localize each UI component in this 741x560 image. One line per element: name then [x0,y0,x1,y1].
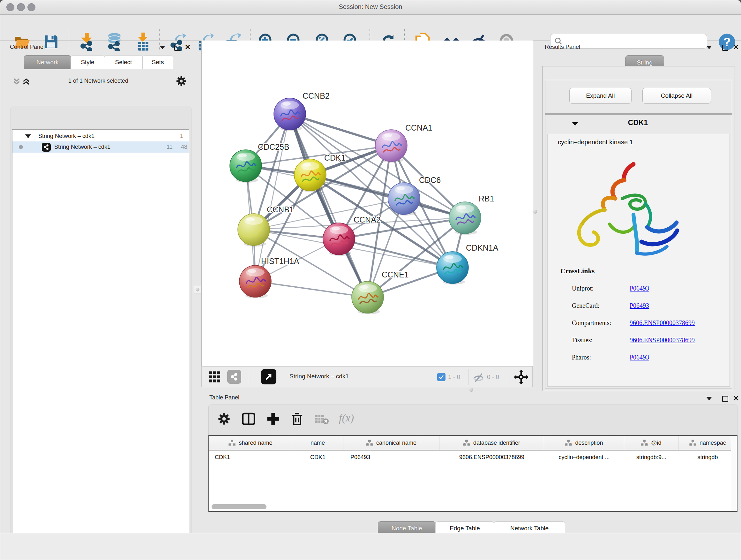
network-node-CCNB1[interactable]: CCNB1 [238,205,294,246]
node-label-CDKN1A: CDKN1A [466,243,498,252]
selected-checkbox[interactable] [437,373,446,381]
results-buttons-box: Expand All Collapse All [545,80,732,114]
title-bar: Session: New Session [0,0,741,15]
tab-select[interactable]: Select [104,55,143,69]
show-columns-button[interactable] [242,413,255,425]
app-window: Session: New Session [0,0,741,560]
column-header[interactable]: canonical name [343,436,440,450]
crosslink-label: GeneCard: [572,297,628,314]
expand-all-button[interactable]: Expand All [569,88,631,104]
crosslink-value-link[interactable]: 9606.ENSP00000378699 [630,319,695,326]
network-node-CCNE1[interactable]: CCNE1 [352,270,409,314]
panel-float-icon[interactable] [722,396,728,402]
column-header[interactable]: shared name [209,436,292,450]
cell-shared-name: CDK1 [209,454,292,461]
panel-close-icon[interactable]: ✕ [185,44,191,51]
table-horizontal-scrollbar[interactable] [212,504,266,509]
node-label-CCNE1: CCNE1 [382,270,409,279]
node-label-HIST1H1A: HIST1H1A [261,257,299,266]
tab-style[interactable]: Style [71,55,105,69]
network-canvas[interactable]: CCNB2CCNA1CDC25BCDK1CDC6RB1CCNB1CCNA2CDK… [201,41,533,366]
collapse-all-button[interactable]: Collapse All [643,88,711,104]
crosslink-row: Uniprot: P06493 [572,280,695,297]
function-builder-button-disabled: f(x) [339,412,354,424]
table-row[interactable]: CDK1 CDK1 P06493 9606.ENSP00000378699 cy… [209,450,737,464]
cell-id: stringdb:9... [624,454,678,461]
crosslink-label: Tissues: [572,331,628,349]
network-node-count: 11 [166,144,173,150]
crosslink-value-link[interactable]: P06493 [630,285,649,292]
delete-column-button[interactable] [291,412,303,426]
table-vertical-scrollbar[interactable] [731,436,737,511]
add-column-button[interactable] [267,413,280,425]
control-panel-title: Control Panel [10,44,45,51]
node-label-CDC25B: CDC25B [258,142,289,151]
panel-float-icon[interactable] [722,45,728,51]
footer-separator [248,369,248,385]
string-results-body: Expand All Collapse All CDK1 cyclin–depe… [542,66,735,391]
column-header[interactable]: namespac [678,436,737,450]
left-splitter-handle[interactable] [194,286,201,294]
status-bar: Memory [0,533,741,560]
main-toolbar: ? [0,15,741,41]
network-options-gear-icon[interactable] [176,76,187,86]
network-node-HIST1H1A[interactable]: HIST1H1A [239,257,299,298]
hidden-counts: 0 - 0 [487,374,499,381]
network-node-CDKN1A[interactable]: CDKN1A [436,243,498,285]
network-graph[interactable]: CCNB2CCNA1CDC25BCDK1CDC6RB1CCNB1CCNA2CDK… [202,41,533,366]
panel-close-icon[interactable]: ✕ [733,44,739,51]
node-label-RB1: RB1 [479,194,494,203]
columns-icon [242,413,255,425]
panel-float-icon[interactable] [174,45,180,51]
collapse-all-networks-icon[interactable] [12,78,21,85]
node-label-CCNB1: CCNB1 [267,205,294,214]
bottom-splitter-handle[interactable] [468,387,475,393]
external-link-icon [265,373,273,381]
delete-table-button-disabled [315,414,329,425]
crosslink-label: Pharos: [572,349,628,366]
collection-label: String Network – cdk1 [38,133,94,139]
entry-expander-icon[interactable] [572,122,578,126]
network-node-CDK1[interactable]: CDK1 [294,153,346,192]
crosslink-label: Compartments: [572,314,628,331]
network-node-CCNA1[interactable]: CCNA1 [375,123,432,163]
cell-database-identifier: 9606.ENSP00000378699 [440,454,544,461]
hidden-toggle[interactable] [472,373,485,382]
tab-sets[interactable]: Sets [142,55,173,69]
gene-symbol: CDK1 [593,118,683,127]
network-collection-row[interactable]: String Network – cdk1 1 [12,131,189,141]
string-network-icon [42,143,51,152]
panel-menu-icon[interactable] [159,46,165,49]
results-panel-title: Results Panel [545,44,580,51]
crosslink-value-link[interactable]: P06493 [630,302,649,309]
tab-network[interactable]: Network [24,55,71,69]
column-header[interactable]: database identifier [440,436,544,450]
fit-content-button[interactable] [514,370,529,384]
network-row-selected[interactable]: String Network – cdk1 11 48 [12,141,189,152]
node-label-CDC6: CDC6 [419,176,441,185]
crosslink-label: Uniprot: [572,280,628,297]
tree-icon [689,440,696,446]
birdseye-grid-button[interactable] [209,371,221,383]
column-header[interactable]: @id [624,436,678,450]
network-node-RB1[interactable]: RB1 [449,194,494,235]
footer-separator [510,369,510,385]
open-in-window-button[interactable] [261,369,276,384]
control-panel: Control Panel ✕ Network Style Select Set… [4,41,190,532]
panel-close-icon[interactable]: ✕ [733,395,739,402]
cell-description: cyclin–dependent ... [544,454,624,461]
tree-icon [641,440,648,446]
crosslink-value-link[interactable]: P06493 [630,354,649,361]
column-header[interactable]: name [292,436,343,450]
node-table: shared name name canonical name database… [208,435,738,512]
crosslink-value-link[interactable]: 9606.ENSP00000378699 [630,336,695,344]
check-icon [439,375,444,379]
column-header[interactable]: description [544,436,624,450]
expand-all-networks-icon[interactable] [22,78,30,85]
node-label-CCNA1: CCNA1 [405,123,432,132]
table-options-button[interactable] [218,413,230,425]
panel-menu-icon[interactable] [706,46,712,49]
collection-expander-icon[interactable] [25,134,31,138]
panel-menu-icon[interactable] [706,397,712,400]
string-badge-button[interactable] [227,370,241,384]
